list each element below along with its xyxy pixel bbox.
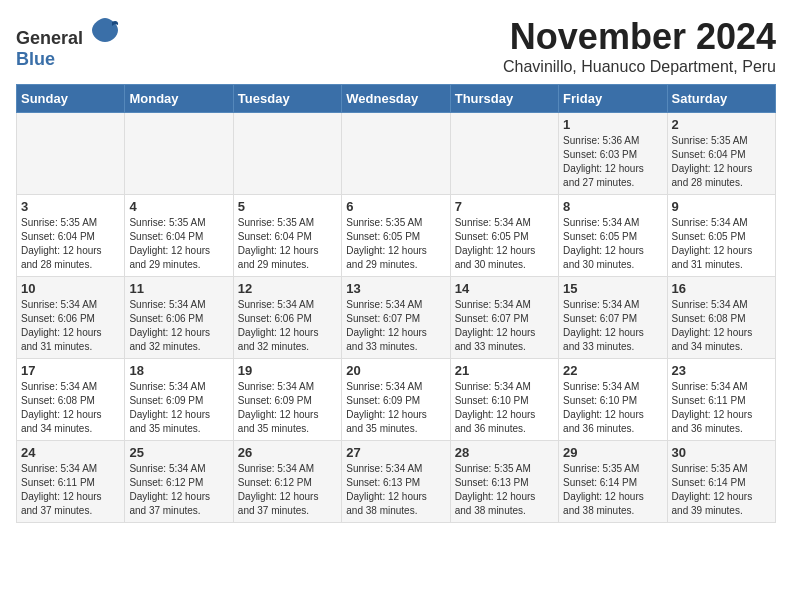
calendar-cell: 6Sunrise: 5:35 AM Sunset: 6:05 PM Daylig… [342, 195, 450, 277]
location-title: Chavinillo, Huanuco Department, Peru [503, 58, 776, 76]
day-number: 26 [238, 445, 337, 460]
logo-bird-icon [90, 16, 120, 44]
day-number: 11 [129, 281, 228, 296]
calendar-cell: 25Sunrise: 5:34 AM Sunset: 6:12 PM Dayli… [125, 441, 233, 523]
day-number: 9 [672, 199, 771, 214]
day-number: 13 [346, 281, 445, 296]
day-info: Sunrise: 5:34 AM Sunset: 6:11 PM Dayligh… [672, 380, 771, 436]
day-info: Sunrise: 5:35 AM Sunset: 6:14 PM Dayligh… [563, 462, 662, 518]
week-row-3: 10Sunrise: 5:34 AM Sunset: 6:06 PM Dayli… [17, 277, 776, 359]
calendar-cell [233, 113, 341, 195]
weekday-header-sunday: Sunday [17, 85, 125, 113]
day-number: 28 [455, 445, 554, 460]
day-number: 4 [129, 199, 228, 214]
calendar-cell: 20Sunrise: 5:34 AM Sunset: 6:09 PM Dayli… [342, 359, 450, 441]
calendar-cell: 7Sunrise: 5:34 AM Sunset: 6:05 PM Daylig… [450, 195, 558, 277]
logo-blue: Blue [16, 49, 55, 69]
day-info: Sunrise: 5:34 AM Sunset: 6:12 PM Dayligh… [238, 462, 337, 518]
calendar-cell: 24Sunrise: 5:34 AM Sunset: 6:11 PM Dayli… [17, 441, 125, 523]
day-number: 27 [346, 445, 445, 460]
day-info: Sunrise: 5:34 AM Sunset: 6:10 PM Dayligh… [563, 380, 662, 436]
day-info: Sunrise: 5:34 AM Sunset: 6:05 PM Dayligh… [455, 216, 554, 272]
day-number: 18 [129, 363, 228, 378]
day-info: Sunrise: 5:35 AM Sunset: 6:05 PM Dayligh… [346, 216, 445, 272]
calendar-cell: 3Sunrise: 5:35 AM Sunset: 6:04 PM Daylig… [17, 195, 125, 277]
day-info: Sunrise: 5:34 AM Sunset: 6:10 PM Dayligh… [455, 380, 554, 436]
day-number: 21 [455, 363, 554, 378]
calendar-cell: 2Sunrise: 5:35 AM Sunset: 6:04 PM Daylig… [667, 113, 775, 195]
day-info: Sunrise: 5:34 AM Sunset: 6:08 PM Dayligh… [672, 298, 771, 354]
day-info: Sunrise: 5:34 AM Sunset: 6:11 PM Dayligh… [21, 462, 120, 518]
day-info: Sunrise: 5:34 AM Sunset: 6:05 PM Dayligh… [672, 216, 771, 272]
day-info: Sunrise: 5:34 AM Sunset: 6:05 PM Dayligh… [563, 216, 662, 272]
calendar-cell: 5Sunrise: 5:35 AM Sunset: 6:04 PM Daylig… [233, 195, 341, 277]
day-number: 1 [563, 117, 662, 132]
weekday-header-row: SundayMondayTuesdayWednesdayThursdayFrid… [17, 85, 776, 113]
weekday-header-friday: Friday [559, 85, 667, 113]
day-number: 15 [563, 281, 662, 296]
weekday-header-wednesday: Wednesday [342, 85, 450, 113]
month-title: November 2024 [503, 16, 776, 58]
weekday-header-monday: Monday [125, 85, 233, 113]
calendar-cell: 1Sunrise: 5:36 AM Sunset: 6:03 PM Daylig… [559, 113, 667, 195]
calendar-cell [125, 113, 233, 195]
calendar-cell: 17Sunrise: 5:34 AM Sunset: 6:08 PM Dayli… [17, 359, 125, 441]
day-number: 19 [238, 363, 337, 378]
day-info: Sunrise: 5:34 AM Sunset: 6:12 PM Dayligh… [129, 462, 228, 518]
day-info: Sunrise: 5:34 AM Sunset: 6:06 PM Dayligh… [238, 298, 337, 354]
weekday-header-saturday: Saturday [667, 85, 775, 113]
calendar-cell: 10Sunrise: 5:34 AM Sunset: 6:06 PM Dayli… [17, 277, 125, 359]
day-info: Sunrise: 5:35 AM Sunset: 6:04 PM Dayligh… [21, 216, 120, 272]
calendar-cell: 12Sunrise: 5:34 AM Sunset: 6:06 PM Dayli… [233, 277, 341, 359]
weekday-header-tuesday: Tuesday [233, 85, 341, 113]
calendar-cell [17, 113, 125, 195]
calendar-cell: 11Sunrise: 5:34 AM Sunset: 6:06 PM Dayli… [125, 277, 233, 359]
calendar-cell: 28Sunrise: 5:35 AM Sunset: 6:13 PM Dayli… [450, 441, 558, 523]
weekday-header-thursday: Thursday [450, 85, 558, 113]
day-info: Sunrise: 5:35 AM Sunset: 6:04 PM Dayligh… [129, 216, 228, 272]
calendar-cell [342, 113, 450, 195]
day-info: Sunrise: 5:34 AM Sunset: 6:09 PM Dayligh… [129, 380, 228, 436]
day-info: Sunrise: 5:34 AM Sunset: 6:07 PM Dayligh… [346, 298, 445, 354]
day-info: Sunrise: 5:35 AM Sunset: 6:04 PM Dayligh… [238, 216, 337, 272]
day-number: 14 [455, 281, 554, 296]
day-info: Sunrise: 5:35 AM Sunset: 6:13 PM Dayligh… [455, 462, 554, 518]
calendar-cell: 23Sunrise: 5:34 AM Sunset: 6:11 PM Dayli… [667, 359, 775, 441]
calendar-cell: 8Sunrise: 5:34 AM Sunset: 6:05 PM Daylig… [559, 195, 667, 277]
week-row-1: 1Sunrise: 5:36 AM Sunset: 6:03 PM Daylig… [17, 113, 776, 195]
day-info: Sunrise: 5:35 AM Sunset: 6:04 PM Dayligh… [672, 134, 771, 190]
day-number: 5 [238, 199, 337, 214]
logo-general: General [16, 28, 83, 48]
calendar-cell: 27Sunrise: 5:34 AM Sunset: 6:13 PM Dayli… [342, 441, 450, 523]
day-number: 10 [21, 281, 120, 296]
day-number: 25 [129, 445, 228, 460]
calendar-cell: 9Sunrise: 5:34 AM Sunset: 6:05 PM Daylig… [667, 195, 775, 277]
day-info: Sunrise: 5:34 AM Sunset: 6:09 PM Dayligh… [238, 380, 337, 436]
day-number: 24 [21, 445, 120, 460]
week-row-5: 24Sunrise: 5:34 AM Sunset: 6:11 PM Dayli… [17, 441, 776, 523]
calendar-table: SundayMondayTuesdayWednesdayThursdayFrid… [16, 84, 776, 523]
calendar-cell: 21Sunrise: 5:34 AM Sunset: 6:10 PM Dayli… [450, 359, 558, 441]
logo: General Blue [16, 16, 120, 70]
calendar-cell: 15Sunrise: 5:34 AM Sunset: 6:07 PM Dayli… [559, 277, 667, 359]
day-number: 20 [346, 363, 445, 378]
day-info: Sunrise: 5:34 AM Sunset: 6:06 PM Dayligh… [129, 298, 228, 354]
day-info: Sunrise: 5:34 AM Sunset: 6:09 PM Dayligh… [346, 380, 445, 436]
day-number: 17 [21, 363, 120, 378]
calendar-cell: 30Sunrise: 5:35 AM Sunset: 6:14 PM Dayli… [667, 441, 775, 523]
calendar-cell: 26Sunrise: 5:34 AM Sunset: 6:12 PM Dayli… [233, 441, 341, 523]
title-area: November 2024 Chavinillo, Huanuco Depart… [503, 16, 776, 76]
day-number: 6 [346, 199, 445, 214]
day-info: Sunrise: 5:35 AM Sunset: 6:14 PM Dayligh… [672, 462, 771, 518]
calendar-cell [450, 113, 558, 195]
logo-text: General Blue [16, 16, 120, 70]
week-row-4: 17Sunrise: 5:34 AM Sunset: 6:08 PM Dayli… [17, 359, 776, 441]
calendar-cell: 18Sunrise: 5:34 AM Sunset: 6:09 PM Dayli… [125, 359, 233, 441]
calendar-cell: 13Sunrise: 5:34 AM Sunset: 6:07 PM Dayli… [342, 277, 450, 359]
calendar-cell: 16Sunrise: 5:34 AM Sunset: 6:08 PM Dayli… [667, 277, 775, 359]
day-number: 8 [563, 199, 662, 214]
day-number: 3 [21, 199, 120, 214]
calendar-cell: 22Sunrise: 5:34 AM Sunset: 6:10 PM Dayli… [559, 359, 667, 441]
week-row-2: 3Sunrise: 5:35 AM Sunset: 6:04 PM Daylig… [17, 195, 776, 277]
day-number: 7 [455, 199, 554, 214]
